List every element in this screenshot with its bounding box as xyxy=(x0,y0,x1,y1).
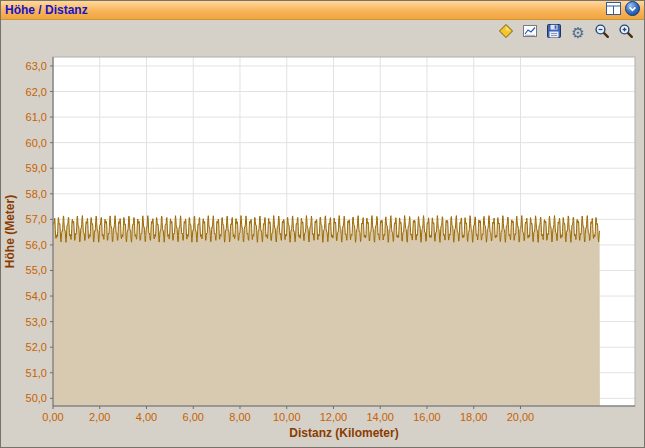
x-tick-label: 12,00 xyxy=(320,411,348,423)
y-tick-label: 60,0 xyxy=(26,137,47,149)
toolbar: ⚙ xyxy=(1,20,644,45)
split-view-icon xyxy=(606,1,621,19)
zoom-in-button[interactable] xyxy=(617,24,635,42)
save-button[interactable] xyxy=(545,24,563,42)
y-tick-label: 54,0 xyxy=(26,290,47,302)
x-tick-label: 8,00 xyxy=(229,411,250,423)
zoom-in-icon xyxy=(618,23,634,43)
elevation-area xyxy=(53,216,600,406)
chart-options-button[interactable] xyxy=(521,24,539,42)
titlebar[interactable]: Höhe / Distanz xyxy=(1,1,644,20)
y-tick-label: 58,0 xyxy=(26,188,47,200)
x-tick-label: 16,00 xyxy=(413,411,441,423)
chart-icon xyxy=(522,23,538,43)
zoom-out-icon xyxy=(594,23,610,43)
y-tick-label: 52,0 xyxy=(26,341,47,353)
y-tick-label: 50,0 xyxy=(26,392,47,404)
x-tick-label: 2,00 xyxy=(89,411,110,423)
split-view-button[interactable] xyxy=(605,2,622,18)
window-title: Höhe / Distanz xyxy=(5,1,603,19)
x-tick-label: 20,00 xyxy=(507,411,535,423)
y-axis-title: Höhe (Meter) xyxy=(3,195,17,268)
y-tick-label: 59,0 xyxy=(26,162,47,174)
x-axis-title: Distanz (Kilometer) xyxy=(289,426,398,440)
elevation-chart[interactable]: 50,051,052,053,054,055,056,057,058,059,0… xyxy=(1,45,645,448)
settings-button[interactable]: ⚙ xyxy=(569,24,587,42)
y-tick-label: 53,0 xyxy=(26,316,47,328)
marker-button[interactable] xyxy=(497,24,515,42)
x-tick-label: 18,00 xyxy=(460,411,488,423)
y-tick-label: 62,0 xyxy=(26,86,47,98)
x-tick-label: 6,00 xyxy=(183,411,204,423)
y-tick-label: 55,0 xyxy=(26,264,47,276)
collapse-button[interactable] xyxy=(624,2,641,18)
x-tick-label: 0,00 xyxy=(42,411,63,423)
gear-icon: ⚙ xyxy=(571,25,584,41)
chart-area: 50,051,052,053,054,055,056,057,058,059,0… xyxy=(1,45,645,448)
x-tick-label: 10,00 xyxy=(273,411,301,423)
x-tick-label: 4,00 xyxy=(136,411,157,423)
x-tick-label: 14,00 xyxy=(366,411,394,423)
save-icon xyxy=(546,23,562,43)
y-tick-label: 61,0 xyxy=(26,111,47,123)
elevation-profile-window: Höhe / Distanz xyxy=(0,0,645,448)
y-tick-label: 56,0 xyxy=(26,239,47,251)
collapse-icon xyxy=(625,1,640,20)
y-tick-label: 57,0 xyxy=(26,213,47,225)
y-tick-label: 63,0 xyxy=(26,60,47,72)
diamond-icon xyxy=(498,23,514,43)
y-tick-label: 51,0 xyxy=(26,367,47,379)
zoom-out-button[interactable] xyxy=(593,24,611,42)
